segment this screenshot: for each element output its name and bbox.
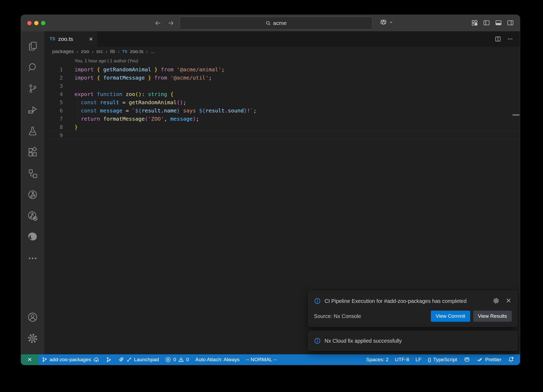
notifications-bell-item[interactable] xyxy=(505,354,517,365)
remote-indicator[interactable] xyxy=(21,354,38,365)
breadcrumb-file[interactable]: zoo.ts xyxy=(130,49,143,54)
tab-zoo-ts[interactable]: TS zoo.ts ✕ xyxy=(44,31,97,47)
line-number[interactable]: 8 xyxy=(44,124,63,130)
code-line[interactable]: 6 const message = `${result.name} says $… xyxy=(44,106,520,115)
remote-icon xyxy=(27,356,33,363)
breadcrumb: packages›zoo›src›lib›TSzoo.ts›... xyxy=(44,47,520,56)
code-line[interactable]: 9 xyxy=(44,131,520,139)
git-branch-icon xyxy=(42,357,47,363)
sidebar-item-nx-cloud[interactable] xyxy=(21,205,44,227)
line-number[interactable]: 7 xyxy=(44,116,63,122)
editor-more-actions-icon[interactable] xyxy=(507,36,514,42)
split-editor-icon[interactable] xyxy=(494,36,501,42)
notification-message: Nx Cloud fix applied successfully xyxy=(325,336,402,346)
code-line[interactable]: 7 return formatMessage('ZOO', message); xyxy=(44,115,520,123)
code-text: import { formatMessage } from '@acme/uti… xyxy=(75,75,212,81)
problems-status-item[interactable]: 0 0 xyxy=(162,354,192,365)
language-status-item[interactable]: {} TypeScript xyxy=(424,354,460,365)
breadcrumb-more[interactable]: ... xyxy=(151,49,155,54)
breadcrumb-separator-icon: › xyxy=(146,48,148,55)
branch-status-item[interactable]: add-zoo-packages xyxy=(38,354,103,365)
sidebar-item-project-structure[interactable] xyxy=(21,163,44,184)
project-structure-icon xyxy=(27,168,38,179)
info-icon xyxy=(314,298,321,304)
search-icon xyxy=(27,62,38,73)
sidebar-item-source-control[interactable] xyxy=(21,78,44,99)
breadcrumb-separator-icon: › xyxy=(118,48,120,55)
close-window-button[interactable] xyxy=(27,21,32,25)
sidebar-item-search[interactable] xyxy=(21,57,44,78)
line-number[interactable]: 6 xyxy=(44,107,63,114)
toggle-primary-sidebar-icon[interactable] xyxy=(483,19,490,27)
eol-label: LF xyxy=(415,357,421,363)
indentation-status-item[interactable]: Spaces: 2 xyxy=(363,354,392,365)
code-text: const result = getRandomAnimal(); xyxy=(75,99,186,106)
sidebar-item-testing[interactable] xyxy=(21,120,44,142)
code-line[interactable]: 5 const result = getRandomAnimal(); xyxy=(44,98,520,106)
warnings-icon xyxy=(178,357,184,363)
toggle-secondary-sidebar-icon[interactable] xyxy=(507,19,514,27)
back-icon[interactable] xyxy=(154,19,162,27)
code-line[interactable]: 2import { formatMessage } from '@acme/ut… xyxy=(44,73,520,82)
breadcrumb-item[interactable]: src xyxy=(96,49,103,54)
tab-bar: TS zoo.ts ✕ xyxy=(44,31,520,47)
code-line[interactable]: 4export function zoo(): string { xyxy=(44,90,520,98)
vim-mode-status-item[interactable]: -- NORMAL -- xyxy=(243,354,280,365)
sidebar-item-run-debug[interactable] xyxy=(21,99,44,120)
sidebar-item-edge-tools[interactable] xyxy=(21,227,44,248)
line-number[interactable]: 9 xyxy=(44,132,63,138)
close-notification-icon[interactable] xyxy=(505,297,512,306)
command-center-search[interactable]: acme xyxy=(179,17,373,29)
explorer-icon xyxy=(27,41,38,52)
toggle-panel-icon[interactable] xyxy=(495,19,502,27)
line-number[interactable]: 3 xyxy=(44,83,63,89)
auto-attach-status-item[interactable]: Auto Attach: Always xyxy=(192,354,243,365)
breadcrumb-item[interactable]: packages xyxy=(52,49,74,54)
copilot-status-item[interactable] xyxy=(460,354,474,365)
edge-tools-icon xyxy=(27,232,38,243)
view-results-button[interactable]: View Results xyxy=(473,311,512,322)
breadcrumb-item[interactable]: zoo xyxy=(81,49,89,54)
indent-guide xyxy=(78,98,78,123)
account-button[interactable] xyxy=(21,307,44,328)
notification-settings-icon[interactable] xyxy=(493,297,500,306)
source-control-graph-item[interactable] xyxy=(103,354,115,365)
run-debug-icon xyxy=(27,104,38,115)
sidebar-item-more[interactable] xyxy=(21,248,44,269)
publish-cloud-icon xyxy=(93,356,99,363)
notification-ci-pipeline: CI Pipeline Execution for #add-zoo-packa… xyxy=(308,291,517,327)
sidebar-item-nx-console[interactable] xyxy=(21,184,44,205)
sidebar-item-explorer[interactable] xyxy=(21,36,44,57)
view-commit-button[interactable]: View Commit xyxy=(431,311,470,322)
line-number[interactable]: 1 xyxy=(44,66,63,73)
warnings-count: 0 xyxy=(186,357,189,363)
code-text: export function zoo(): string { xyxy=(75,91,173,97)
encoding-status-item[interactable]: UTF-8 xyxy=(392,354,412,365)
line-number[interactable]: 4 xyxy=(44,91,63,97)
zoom-window-button[interactable] xyxy=(41,21,45,25)
launchpad-status-item[interactable]: Launchpad xyxy=(115,354,162,365)
sidebar-item-extensions[interactable] xyxy=(21,142,44,163)
mini-branch-icon xyxy=(126,357,132,362)
close-tab-icon[interactable]: ✕ xyxy=(89,36,93,42)
settings-button[interactable] xyxy=(21,328,44,349)
extensions-icon xyxy=(27,147,38,158)
code-line[interactable]: 3 xyxy=(44,82,520,90)
breadcrumb-item[interactable]: lib xyxy=(110,49,115,54)
copilot-menu[interactable] xyxy=(379,18,393,26)
code-text: const message = `${result.name} says ${r… xyxy=(75,107,256,114)
line-number[interactable]: 2 xyxy=(44,75,63,81)
forward-icon[interactable] xyxy=(167,19,175,27)
code-line[interactable]: 8} xyxy=(44,123,520,131)
notification-toasts: CI Pipeline Execution for #add-zoo-packa… xyxy=(308,291,517,351)
formatter-status-item[interactable]: Prettier xyxy=(474,354,505,365)
customize-layout-icon[interactable] xyxy=(471,19,478,27)
eol-status-item[interactable]: LF xyxy=(412,354,424,365)
blame-annotation: You, 1 hour ago | 1 author (You) xyxy=(75,58,520,65)
search-icon xyxy=(265,20,271,26)
minimize-window-button[interactable] xyxy=(34,21,38,25)
code-line[interactable]: 1import { getRandomAnimal } from '@acme/… xyxy=(44,65,520,73)
tab-label: zoo.ts xyxy=(58,36,73,42)
rocket-icon xyxy=(118,356,124,363)
line-number[interactable]: 5 xyxy=(44,99,63,106)
